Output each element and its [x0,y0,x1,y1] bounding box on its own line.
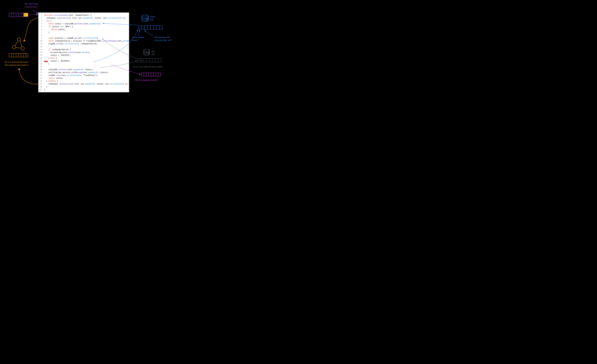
arrow-acquire-lock-to-zk [24,18,38,42]
code-line: 3 try { [38,19,129,22]
line-number: 22 [38,74,44,77]
svg-rect-37 [137,59,161,62]
step-cell-B: B [141,59,142,61]
notification-queue [141,73,161,76]
code-line: 18 } [38,62,129,65]
svg-point-21 [142,15,149,17]
svg-point-33 [144,49,149,51]
code-content: if (isPaymentValid) { [44,48,129,51]
code-line: 16 } else { [38,57,129,60]
code-content: try { [44,19,129,22]
arrow-update-there [138,30,140,36]
code-line: 15 status = "SUCCESS"; [38,54,129,57]
line-number: 26 [38,85,44,88]
svg-point-22 [147,18,148,19]
code-content: statusDB.setStatus(evt.paymentID, status… [44,68,129,71]
status-cell-X: X [139,26,141,29]
code-line: 27} [38,88,129,91]
line-number: 18 [38,62,44,65]
code-line: 7 } [38,31,129,34]
line-number: 11 [38,42,44,45]
code-line: 21 notification_service.sendMessage(evt.… [38,71,129,74]
line-number: 1 [38,14,44,17]
svg-rect-13 [9,54,28,57]
svg-line-12 [20,41,22,47]
code-content: return status; [44,77,129,80]
status-db-table [139,26,162,29]
line-number: 14 [38,51,44,54]
svg-point-34 [148,52,149,53]
line-number: 5 [38,25,44,28]
label-newer-retry: Has there beena newer retry? [25,2,38,8]
code-content: stepDb.clear(evt.correlationId, "fraudCh… [44,74,129,77]
line-number: 25 [38,83,44,85]
code-line: 26 } [38,85,129,88]
svg-point-36 [148,55,149,55]
code-line: 14 accountsService.withdraw(evt.params); [38,51,129,54]
step-db-icon [144,49,149,55]
line-number: 17 [38,60,44,62]
label-lock-question: Do we still hold the lock?Did someone el… [5,61,28,67]
code-content: } [44,31,129,34]
code-line: 9 const previous = stepDB.get(evt.correl… [38,37,129,39]
label-step-q: Is our view really the latest value? [133,65,163,68]
line-number: 24 [38,80,44,83]
code-content: const status = statusDB.getStatus(evt.pa… [44,22,129,25]
svg-point-7 [17,38,21,41]
code-line: 5 if (status !== "NEW") { [38,25,129,28]
line-number: 9 [38,37,44,39]
code-content: if (status !== "NEW") { [44,25,129,28]
code-line: 23 return status; [38,77,129,80]
code-line: 4 const status = statusDB.getStatus(evt.… [38,22,129,25]
code-line: 17 status = "BLOCKED"; [38,60,129,62]
line-number: 21 [38,71,44,74]
code-panel: 1function processPayment(evt: PaymentEve… [38,13,129,92]
status-db-icon [142,15,149,22]
line-number: 20 [38,68,44,71]
code-line: 24 } finally { [38,80,129,83]
code-content: zooKeeper.acquireLock({ lock: evt.paymen… [44,17,129,19]
line-number: 13 [38,48,44,51]
arrow-overwrite [144,30,153,36]
code-content: accountsService.withdraw(evt.params); [44,51,129,54]
code-line: 12 [38,45,129,48]
arrow-queue-to-code [28,15,38,15]
svg-point-24 [147,21,148,22]
code-content: zooKeeper.releaseLock({ lock: evt.paymen… [44,83,129,85]
line-number: 3 [38,19,44,22]
code-content [44,45,129,48]
line-number: 6 [38,28,44,31]
code-content: } [44,88,129,91]
svg-line-11 [16,47,21,48]
line-number: 4 [38,22,44,25]
line-number: 8 [38,34,44,37]
line-number: 19 [38,65,44,68]
code-content: status = "BLOCKED"; [44,60,129,62]
line-number: 7 [38,31,44,34]
svg-point-9 [21,47,24,50]
code-line: 10 const isPaymentValid = previous ?? fr… [38,39,129,42]
label-enqueue-q: Did we enqueue already? [135,78,158,82]
code-line: 6 return status; [38,28,129,31]
line-number: 16 [38,57,44,60]
line-number: 27 [38,88,44,91]
arrow-release-lock-to-question [19,68,38,84]
code-content: } [44,85,129,88]
svg-rect-25 [139,26,162,29]
sticky-note-pay-evt: Payevt [24,13,28,16]
lock-cell-L: L [26,54,27,56]
code-content [44,34,129,37]
code-content: notification_service.sendMessage(evt.pay… [44,71,129,74]
svg-point-23 [147,19,148,20]
code-line: 22 stepDb.clear(evt.correlationId, "frau… [38,74,129,77]
code-line: 13 if (isPaymentValid) { [38,48,129,51]
code-content: } finally { [44,80,129,83]
arrow-retry-question-to-code [32,10,38,14]
code-line: 25 zooKeeper.releaseLock({ lock: evt.pay… [38,83,129,85]
code-content: } else { [44,57,129,60]
code-line: 20 statusDB.setStatus(evt.paymentID, sta… [38,68,129,71]
svg-rect-45 [141,73,161,76]
line-number: 15 [38,54,44,57]
code-line: 8 [38,34,129,37]
code-line: 19 [38,65,129,68]
